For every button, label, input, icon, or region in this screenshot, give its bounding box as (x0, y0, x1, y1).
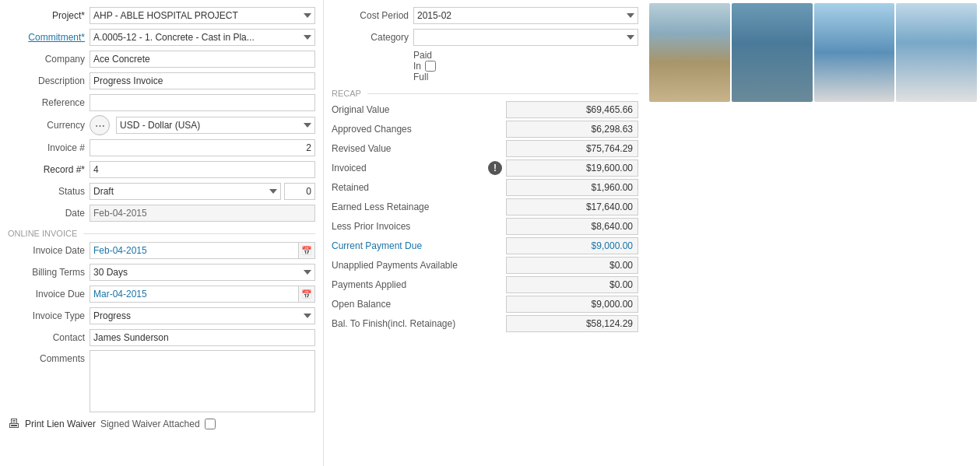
retained-label: Retained (332, 182, 487, 193)
contact-label: Contact (8, 332, 90, 343)
status-label: Status (8, 186, 90, 197)
invoice-due-input[interactable] (90, 286, 298, 303)
building-photo-3 (814, 3, 895, 102)
lien-waiver-text: Lien Waiver (47, 419, 96, 429)
company-label: Company (8, 54, 90, 65)
status-num-input[interactable] (284, 183, 315, 200)
less-prior-label: Less Prior Invoices (332, 221, 487, 232)
open-balance-row: Open Balance $9,000.00 (332, 296, 638, 313)
project-row: Project* AHP - ABLE HOSPITAL PROJECT (8, 6, 315, 25)
warning-symbol: ! (488, 161, 502, 175)
print-icon: 🖶 (8, 417, 20, 431)
paid-in-full-checkbox[interactable] (425, 61, 436, 72)
revised-value: $75,764.29 (506, 140, 638, 157)
status-row: Status Draft (8, 182, 315, 201)
approved-changes-label: Approved Changes (332, 124, 487, 135)
invoice-date-label: Invoice Date (8, 245, 90, 256)
record-input[interactable] (90, 161, 315, 178)
original-value: $69,465.66 (506, 101, 638, 118)
date-row: Date (8, 204, 315, 222)
reference-row: Reference (8, 93, 315, 112)
cost-period-row: Cost Period 2015-02 (332, 6, 638, 25)
retained-value: $1,960.00 (506, 179, 638, 196)
unapplied-value: $0.00 (506, 257, 638, 274)
project-label: Project* (8, 10, 90, 21)
date-label: Date (8, 208, 90, 219)
project-select[interactable]: AHP - ABLE HOSPITAL PROJECT (90, 7, 315, 24)
online-invoice-section-label: ONLINE INVOICE (8, 229, 315, 238)
building-photos-container (646, 0, 980, 105)
bal-to-finish-label: Bal. To Finish(incl. Retainage) (332, 318, 487, 329)
company-input[interactable] (90, 51, 315, 68)
status-select[interactable]: Draft (90, 183, 281, 200)
earned-less-label: Earned Less Retainage (332, 201, 487, 212)
invoiced-row: Invoiced ! $19,600.00 (332, 159, 638, 177)
approved-changes-value: $6,298.63 (506, 121, 638, 138)
unapplied-row: Unapplied Payments Available $0.00 (332, 257, 638, 274)
payments-applied-label: Payments Applied (332, 279, 487, 290)
recap-section-label: RECAP (332, 89, 638, 98)
currency-row: Currency ⋯ USD - Dollar (USA) (8, 115, 315, 135)
billing-terms-label: Billing Terms (8, 267, 90, 278)
less-prior-value: $8,640.00 (506, 218, 638, 235)
lien-waiver-label: Print Lien Waiver (25, 419, 96, 429)
currency-select[interactable]: USD - Dollar (USA) (116, 117, 315, 134)
signed-waiver-checkbox[interactable] (205, 419, 216, 429)
building-photo-1 (649, 3, 730, 102)
currency-label: Currency (8, 120, 90, 131)
current-payment-row: Current Payment Due $9,000.00 (332, 237, 638, 254)
contact-input[interactable] (90, 329, 315, 346)
approved-changes-row: Approved Changes $6,298.63 (332, 121, 638, 138)
invoice-type-row: Invoice Type Progress (8, 307, 315, 325)
category-label: Category (332, 32, 413, 43)
signed-waiver-text: Signed Waiver Attached (100, 419, 200, 429)
currency-more-button[interactable]: ⋯ (90, 115, 110, 135)
reference-input[interactable] (90, 94, 315, 111)
building-photos-panel (646, 0, 980, 466)
paid-in-full-label: Paid In Full (332, 50, 425, 82)
invoice-due-calendar-button[interactable]: 📅 (298, 286, 315, 303)
open-balance-value: $9,000.00 (506, 296, 638, 313)
invoice-type-select[interactable]: Progress (90, 307, 315, 324)
invoiced-value: $19,600.00 (506, 159, 638, 177)
commitment-link[interactable]: Commitment* (28, 32, 85, 43)
company-row: Company (8, 50, 315, 68)
revised-value-row: Revised Value $75,764.29 (332, 140, 638, 157)
comments-label: Comments (8, 350, 90, 364)
contact-row: Contact (8, 328, 315, 347)
invoice-due-label: Invoice Due (8, 289, 90, 300)
bal-to-finish-value: $58,124.29 (506, 315, 638, 332)
comments-textarea[interactable] (90, 350, 315, 412)
cost-period-select[interactable]: 2015-02 (413, 7, 638, 24)
billing-terms-select[interactable]: 30 Days (90, 264, 315, 281)
current-payment-label: Current Payment Due (332, 240, 487, 251)
invoice-num-label: Invoice # (8, 142, 90, 153)
invoice-date-input[interactable] (90, 242, 298, 259)
invoice-num-row: Invoice # (8, 138, 315, 157)
print-link[interactable]: Print (25, 419, 44, 429)
invoice-date-calendar-button[interactable]: 📅 (298, 242, 315, 259)
description-row: Description (8, 72, 315, 90)
paid-in-full-row: Paid In Full (332, 50, 638, 82)
open-balance-label: Open Balance (332, 299, 487, 310)
current-payment-value: $9,000.00 (506, 237, 638, 254)
revised-value-label: Revised Value (332, 143, 487, 154)
invoice-num-input[interactable] (90, 139, 315, 156)
description-input[interactable] (90, 72, 315, 89)
building-photo-4 (896, 3, 977, 102)
category-select[interactable] (413, 29, 638, 46)
record-row: Record #* (8, 160, 315, 179)
billing-terms-row: Billing Terms 30 Days (8, 263, 315, 282)
building-photo-2 (732, 3, 813, 102)
commitment-select[interactable]: A.0005-12 - 1. Concrete - Cast in Pla... (90, 29, 315, 46)
less-prior-row: Less Prior Invoices $8,640.00 (332, 218, 638, 235)
category-row: Category (332, 28, 638, 47)
invoice-type-label: Invoice Type (8, 310, 90, 321)
lien-waiver-row: 🖶 Print Lien Waiver Signed Waiver Attach… (8, 417, 315, 431)
original-value-row: Original Value $69,465.66 (332, 101, 638, 118)
earned-less-row: Earned Less Retainage $17,640.00 (332, 198, 638, 215)
commitment-row: Commitment* A.0005-12 - 1. Concrete - Ca… (8, 28, 315, 47)
reference-label: Reference (8, 97, 90, 108)
bal-to-finish-row: Bal. To Finish(incl. Retainage) $58,124.… (332, 315, 638, 332)
comments-row: Comments (8, 350, 315, 412)
